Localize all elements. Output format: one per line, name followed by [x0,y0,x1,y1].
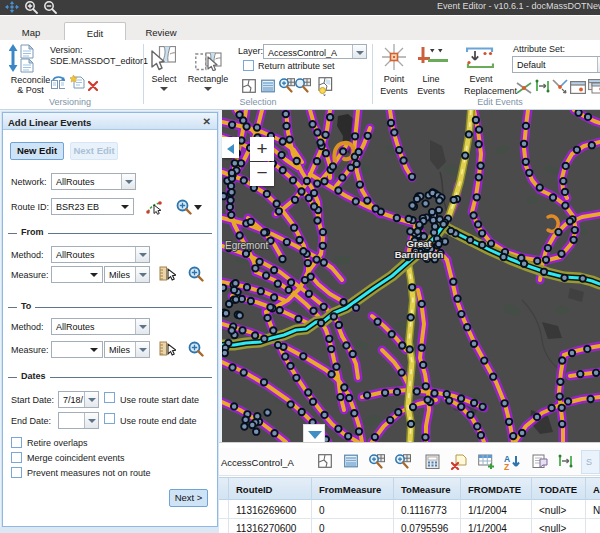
svg-text:Z: Z [504,462,509,470]
svg-text:Great: Great [407,238,433,249]
svg-text:Barrington: Barrington [395,249,444,260]
svg-text:Egremont: Egremont [225,240,269,251]
